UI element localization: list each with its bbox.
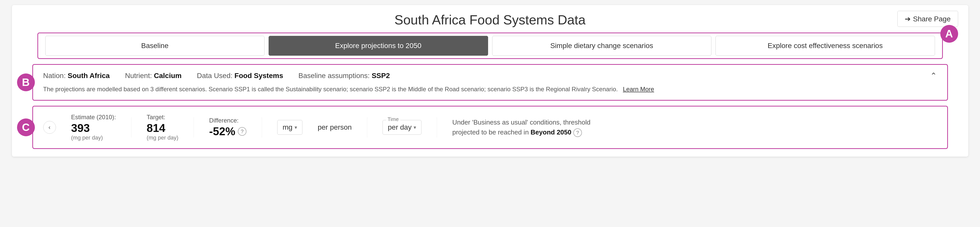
nation-label: Nation: — [43, 72, 66, 79]
threshold-help-icon[interactable]: ? — [573, 129, 582, 137]
baseline-label: Baseline assumptions: — [298, 72, 369, 79]
tab-dietary[interactable]: Simple dietary change scenarios — [492, 36, 712, 56]
time-value: per day — [388, 123, 412, 132]
difference-group: Difference: -52% ? — [209, 117, 247, 138]
section-label-a: A — [940, 25, 958, 43]
learn-more-link[interactable]: Learn More — [623, 85, 654, 94]
target-label: Target: — [147, 114, 178, 121]
unit-dropdown-arrow: ▾ — [294, 124, 297, 130]
baseline-info: Baseline assumptions: SSP2 — [298, 72, 390, 80]
threshold-text: Under 'Business as usual' conditions, th… — [452, 117, 605, 137]
estimate-value: 393 — [71, 122, 116, 135]
info-description-text: The projections are modelled based on 3 … — [43, 85, 618, 94]
difference-value: -52% — [209, 125, 235, 138]
unit-value: mg — [283, 123, 293, 132]
data-used-info: Data Used: Food Systems — [197, 72, 283, 80]
difference-value-row: -52% ? — [209, 125, 247, 138]
share-button[interactable]: ➔ Share Page — [897, 11, 958, 27]
estimate-unit: (mg per day) — [71, 135, 116, 141]
tab-cost[interactable]: Explore cost effectiveness scenarios — [716, 36, 935, 56]
nutrient-value: Calcium — [154, 72, 181, 79]
nation-info: Nation: South Africa — [43, 72, 110, 80]
estimate-group: Estimate (2010): 393 (mg per day) — [71, 114, 116, 141]
nav-arrow-left[interactable]: ‹ — [43, 121, 56, 134]
section-label-c: C — [17, 119, 35, 136]
tab-baseline[interactable]: Baseline — [45, 36, 265, 56]
difference-help-icon[interactable]: ? — [238, 127, 247, 136]
stats-banner: ‹ Estimate (2010): 393 (mg per day) Targ… — [32, 106, 948, 149]
target-group: Target: 814 (mg per day) — [147, 114, 178, 141]
estimate-label: Estimate (2010): — [71, 114, 116, 121]
difference-label: Difference: — [209, 117, 247, 124]
share-icon: ➔ — [905, 15, 910, 23]
nutrient-label: Nutrient: — [125, 72, 152, 79]
nutrient-info: Nutrient: Calcium — [125, 72, 181, 80]
collapse-button[interactable]: ⌃ — [930, 71, 937, 81]
unit-dropdown[interactable]: mg ▾ — [277, 120, 302, 135]
target-unit: (mg per day) — [147, 135, 178, 141]
data-used-value: Food Systems — [234, 72, 283, 79]
divider-5 — [437, 117, 437, 138]
time-float-label: Time — [386, 116, 400, 122]
tab-projections[interactable]: Explore projections to 2050 — [269, 36, 488, 56]
share-button-label: Share Page — [913, 15, 951, 23]
main-container: South Africa Food Systems Data ➔ Share P… — [12, 5, 968, 157]
threshold-value: Beyond 2050 — [531, 129, 571, 136]
info-row-1: Nation: South Africa Nutrient: Calcium D… — [43, 71, 937, 81]
tabs-section: Baseline Explore projections to 2050 Sim… — [37, 33, 943, 59]
info-description-row: The projections are modelled based on 3 … — [43, 85, 937, 94]
divider-3 — [262, 117, 262, 138]
baseline-value: SSP2 — [372, 72, 390, 79]
time-dropdown-arrow: ▾ — [414, 124, 416, 130]
per-person-label: per person — [318, 123, 352, 132]
data-used-label: Data Used: — [197, 72, 232, 79]
target-value: 814 — [147, 122, 178, 135]
info-banner: Nation: South Africa Nutrient: Calcium D… — [32, 64, 948, 101]
section-label-b: B — [17, 73, 35, 91]
page-title: South Africa Food Systems Data — [395, 12, 585, 27]
time-dropdown-wrapper: Time per day ▾ — [383, 120, 422, 135]
header: South Africa Food Systems Data ➔ Share P… — [12, 5, 968, 33]
nation-value: South Africa — [68, 72, 110, 79]
divider-1 — [131, 117, 132, 138]
